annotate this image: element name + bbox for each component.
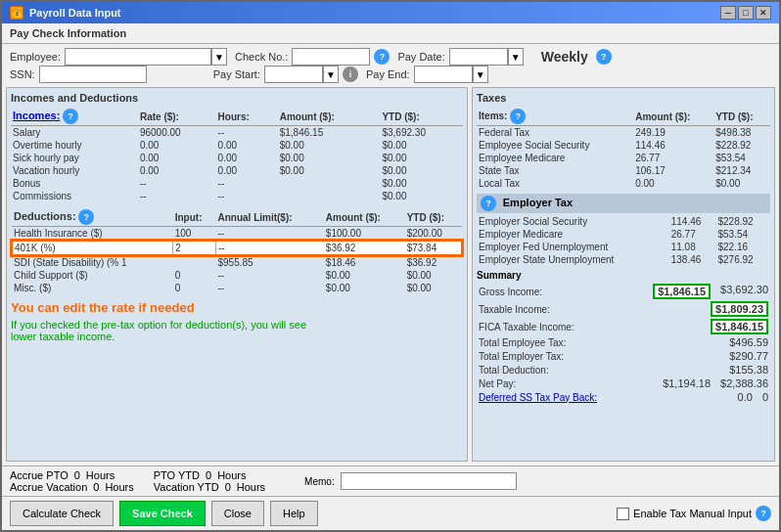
tax-manual-checkbox[interactable] xyxy=(617,508,629,520)
deduction-label: Total Deduction: xyxy=(479,365,549,376)
deferred-link[interactable]: Deferred SS Tax Pay Back: xyxy=(479,392,597,403)
table-row: 401K (%) 2 -- $36.92 $73.84 xyxy=(12,241,462,255)
employer-tax-info-btn[interactable]: ? xyxy=(481,196,496,211)
deduct-ytd: $36.92 xyxy=(405,255,462,269)
col-tax-amount: Amount ($): xyxy=(633,108,713,126)
memo-input[interactable]: Pay check xyxy=(341,472,517,490)
deferred-amount: 0.0 xyxy=(738,391,753,403)
deduct-input[interactable]: 2 xyxy=(173,241,216,255)
tax-manual-label: Enable Tax Manual Input xyxy=(633,508,752,519)
calculate-check-button[interactable]: Calculate Check xyxy=(10,501,114,526)
employer-tax-header: ? Employer Tax xyxy=(477,194,770,213)
memo-section: Memo: Pay check xyxy=(304,472,517,490)
income-ytd: $0.00 xyxy=(380,190,463,202)
deductions-info-btn[interactable]: ? xyxy=(78,209,94,225)
income-ytd: $0.00 xyxy=(380,177,463,190)
deduct-amount: $100.00 xyxy=(324,227,405,242)
income-hours: -- xyxy=(216,126,278,140)
emp-tax-ytd: $276.92 xyxy=(716,253,771,266)
income-name: Sick hourly pay xyxy=(11,152,138,164)
tax-amount: 114.46 xyxy=(633,139,713,152)
income-name: Overtime hourly xyxy=(11,139,138,152)
pto-ytd-row: PTO YTD 0 Hours xyxy=(154,469,265,481)
paycheck-info-header: Pay Check Information xyxy=(2,23,779,44)
tax-manual-info-btn[interactable]: ? xyxy=(756,506,771,521)
tax-amount: 0.00 xyxy=(633,177,713,190)
incomes-table: Incomes: ? Rate ($): Hours: Amount ($): … xyxy=(11,108,463,202)
ssn-input[interactable]: 204-78-2023 xyxy=(39,66,147,83)
employer-tax-total-val: $290.77 xyxy=(729,350,768,362)
pto-ytd-value: 0 xyxy=(206,469,211,481)
emp-tax-label: Total Employee Tax: xyxy=(479,337,566,348)
emp-tax-total: $496.59 xyxy=(729,336,768,348)
payend-group: Pay End: 01/07/2023 ▼ xyxy=(366,66,488,83)
checkno-input[interactable]: 7419 xyxy=(292,48,370,66)
deductions-link[interactable]: Deductions: xyxy=(14,210,76,222)
payend-input[interactable]: 01/07/2023 xyxy=(414,66,473,83)
paydate-input[interactable]: 01/07/2023 xyxy=(449,48,508,66)
taxable-label: Taxable Income: xyxy=(479,304,550,315)
deduct-amount: $0.00 xyxy=(324,269,405,282)
table-row: Employer State Unemployment 138.46 $276.… xyxy=(477,253,770,266)
title-bar: 💰 Payroll Data Input ─ □ ✕ xyxy=(2,2,779,23)
freq-info-btn[interactable]: ? xyxy=(596,49,612,65)
col-tax-ytd: YTD ($): xyxy=(713,108,770,126)
employer-tax-table: Employer Social Security 114.46 $228.92 … xyxy=(477,215,770,266)
table-row: Bonus -- -- $0.00 xyxy=(11,177,463,190)
paystart-group: Pay Start: 01/01/2023 ▼ i xyxy=(213,66,358,83)
close-button[interactable]: Close xyxy=(211,501,264,526)
summary-row-deduction: Total Deduction: $155.38 xyxy=(477,363,770,377)
maximize-button[interactable]: □ xyxy=(738,6,754,20)
incomes-link[interactable]: Incomes: xyxy=(13,110,60,121)
summary-row-netpay: Net Pay: $1,194.18 $2,388.36 xyxy=(477,377,770,390)
paystart-info-btn[interactable]: i xyxy=(343,66,358,82)
taxable-amount: $1,809.23 xyxy=(711,301,768,317)
paystart-dropdown-btn[interactable]: ▼ xyxy=(323,66,339,83)
income-name: Bonus xyxy=(11,177,138,190)
tax-name: Employee Social Security xyxy=(477,139,633,152)
deduct-ytd: $0.00 xyxy=(405,282,462,294)
tax-ytd: $212.34 xyxy=(713,164,770,177)
netpay-values: $1,194.18 $2,388.36 xyxy=(663,377,768,389)
minimize-button[interactable]: ─ xyxy=(720,6,736,20)
paydate-dropdown-btn[interactable]: ▼ xyxy=(508,48,524,66)
deduct-limit: -- xyxy=(215,241,323,255)
income-hours: 0.00 xyxy=(216,139,278,152)
deduct-ytd: $0.00 xyxy=(405,269,462,282)
col-input: Input: xyxy=(173,208,216,227)
help-button[interactable]: Help xyxy=(270,501,318,526)
table-row: Health Insurance ($) 100 -- $100.00 $200… xyxy=(12,227,462,242)
taxes-table: Items: ? Amount ($): YTD ($): Federal Ta… xyxy=(477,108,770,190)
income-hours: -- xyxy=(216,190,278,202)
emp-tax-name: Employer Fed Unemployment xyxy=(477,241,669,253)
vacation-ytd-label: Vacation YTD xyxy=(154,481,219,493)
employee-dropdown-btn[interactable]: ▼ xyxy=(211,48,227,66)
checkno-info-btn[interactable]: ? xyxy=(374,49,390,65)
col-amount: Amount ($): xyxy=(324,208,405,227)
income-amount: $0.00 xyxy=(278,164,381,177)
deductions-table: Deductions: ? Input: Annual Limit($): Am… xyxy=(11,208,463,294)
deferred-ytd: 0 xyxy=(762,391,768,403)
deduct-ytd: $73.84 xyxy=(405,241,462,255)
netpay-label: Net Pay: xyxy=(479,378,516,389)
employee-input[interactable]: Smith, Allen xyxy=(65,48,211,66)
employee-select-wrapper: Smith, Allen ▼ xyxy=(65,48,227,66)
paystart-input[interactable]: 01/01/2023 xyxy=(264,66,323,83)
deduct-name: Misc. ($) xyxy=(12,282,173,294)
deduction-total: $155.38 xyxy=(729,364,768,376)
close-button[interactable]: ✕ xyxy=(756,6,771,20)
tax-ytd: $228.92 xyxy=(713,139,770,152)
tax-name: Federal Tax xyxy=(477,126,633,140)
table-row: Overtime hourly 0.00 0.00 $0.00 $0.00 xyxy=(11,139,463,152)
pretax-hint-text: If you checked the pre-tax option for de… xyxy=(11,319,306,342)
col-deductions: Deductions: ? xyxy=(12,208,173,227)
paystart-label: Pay Start: xyxy=(213,68,260,80)
accrue-pto-label: Accrue PTO xyxy=(10,469,69,481)
accrue-pto-value: 0 xyxy=(74,469,80,481)
deduct-name: Health Insurance ($) xyxy=(12,227,173,242)
incomes-info-btn[interactable]: ? xyxy=(63,109,78,124)
save-check-button[interactable]: Save Check xyxy=(119,501,206,526)
items-info-btn[interactable]: ? xyxy=(510,109,526,124)
netpay-ytd: $2,388.36 xyxy=(720,377,768,389)
payend-dropdown-btn[interactable]: ▼ xyxy=(473,66,488,83)
